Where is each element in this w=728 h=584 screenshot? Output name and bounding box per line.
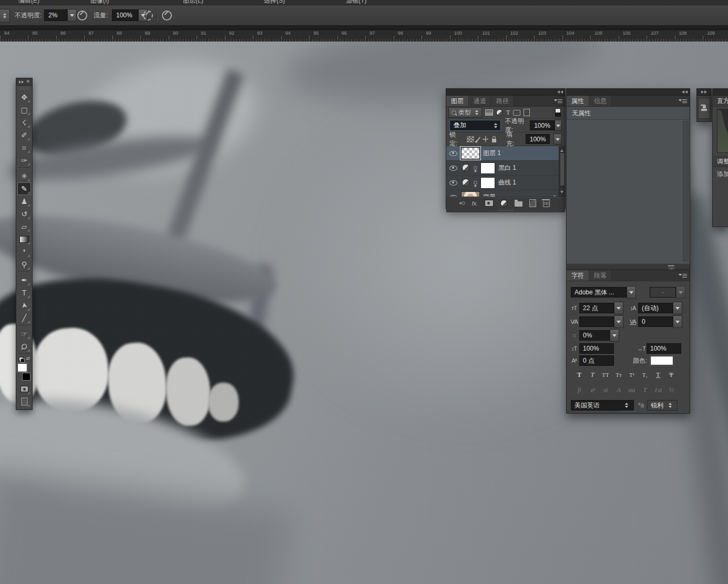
- layers-tab-2[interactable]: 路径: [491, 96, 514, 106]
- leading-dropdown[interactable]: [673, 302, 682, 314]
- layers-tab-0[interactable]: 图层: [446, 96, 469, 106]
- quick-mask-tool[interactable]: [17, 383, 31, 395]
- toolbar-header[interactable]: ✕: [16, 78, 32, 86]
- histogram-collapse-bar[interactable]: [713, 89, 728, 96]
- font-family-value[interactable]: Adobe 黑体 ...: [571, 287, 627, 298]
- layer-row[interactable]: 黑白 1: [446, 161, 565, 176]
- font-size-dropdown[interactable]: [614, 302, 623, 314]
- new-adjustment-icon[interactable]: [500, 200, 508, 207]
- type-tool[interactable]: T: [17, 286, 31, 299]
- menu-item[interactable]: 图层(L): [183, 0, 203, 5]
- properties-tab-1[interactable]: 信息: [589, 96, 612, 106]
- opentype-button-0[interactable]: fi: [574, 385, 585, 395]
- layers-scrollbar[interactable]: [559, 146, 565, 197]
- pixel-filter-icon[interactable]: [485, 109, 493, 116]
- eye-icon[interactable]: [449, 166, 457, 171]
- delete-layer-icon[interactable]: [543, 201, 550, 207]
- clone-source-panel-button[interactable]: [698, 98, 710, 119]
- scroll-down-icon[interactable]: [560, 191, 563, 195]
- lock-pixels-icon[interactable]: [476, 137, 480, 141]
- leading-value[interactable]: (自动): [638, 303, 673, 313]
- airbrush-icon[interactable]: [143, 11, 153, 21]
- layers-panel-menu-icon[interactable]: [554, 98, 562, 104]
- blur-tool[interactable]: ❛: [17, 245, 31, 258]
- fill-dropdown[interactable]: [553, 134, 562, 145]
- style-button-2[interactable]: TT: [600, 370, 611, 380]
- dodge-tool[interactable]: ⚲: [17, 258, 31, 271]
- lock-transparency-icon[interactable]: [467, 136, 474, 142]
- collapse-to-icons-icon[interactable]: [556, 90, 562, 94]
- dock-collapse-bar[interactable]: [697, 89, 711, 96]
- expand-toolbar-icon[interactable]: [19, 80, 24, 84]
- hand-tool[interactable]: ☞: [17, 327, 31, 340]
- type-filter-icon[interactable]: T: [506, 109, 510, 117]
- vertical-scale-value[interactable]: 100%: [579, 343, 614, 354]
- zoom-tool[interactable]: Ϙ: [17, 340, 31, 353]
- font-style-dropdown[interactable]: [676, 286, 685, 299]
- visibility-cell[interactable]: [448, 195, 458, 198]
- opacity-dropdown-button[interactable]: [67, 9, 77, 22]
- style-button-6[interactable]: T: [653, 370, 663, 380]
- add-mask-icon[interactable]: [485, 200, 494, 207]
- tracking-value[interactable]: 0: [638, 316, 673, 327]
- flow-value[interactable]: 100%: [112, 9, 138, 21]
- font-style-value[interactable]: -: [650, 287, 676, 298]
- menu-item[interactable]: 图像(I): [90, 0, 109, 5]
- properties-tab-0[interactable]: 属性: [567, 96, 589, 106]
- menu-item[interactable]: 选择(S): [264, 0, 285, 5]
- layer-thumbnail[interactable]: [461, 191, 480, 197]
- blend-mode-dropdown[interactable]: 叠加: [449, 120, 501, 131]
- layers-resize-grip[interactable]: [446, 209, 565, 212]
- font-size-value[interactable]: 22 点: [579, 303, 614, 313]
- path-select-tool[interactable]: ➤: [17, 299, 31, 312]
- crop-tool[interactable]: ⌗: [17, 141, 31, 154]
- horizontal-ruler[interactable]: 8485868788899091929394959697989910010110…: [0, 26, 728, 41]
- font-family-dropdown[interactable]: [627, 286, 636, 299]
- pen-tool[interactable]: ✒: [17, 274, 31, 286]
- layers-tab-1[interactable]: 通道: [469, 96, 491, 106]
- swap-colors-icon[interactable]: ⇄: [26, 356, 30, 361]
- text-color-swatch[interactable]: [650, 356, 673, 365]
- character-tab-1[interactable]: 段落: [589, 270, 612, 281]
- style-button-1[interactable]: T: [587, 370, 598, 380]
- menu-item[interactable]: 滤镜(T): [346, 0, 366, 5]
- scroll-up-icon[interactable]: [560, 148, 563, 152]
- visibility-cell[interactable]: [448, 166, 458, 171]
- layer-style-icon[interactable]: fx.: [472, 200, 478, 207]
- line-tool[interactable]: ╱: [17, 312, 31, 324]
- close-toolbar-icon[interactable]: ✕: [26, 79, 30, 84]
- style-button-5[interactable]: T₁: [640, 370, 650, 380]
- character-tab-0[interactable]: 字符: [567, 270, 589, 281]
- opentype-button-4[interactable]: aa: [627, 385, 637, 395]
- mask-thumbnail[interactable]: [480, 162, 495, 174]
- character-resize-grip[interactable]: [621, 411, 635, 412]
- opentype-button-1[interactable]: ℯ: [587, 385, 598, 395]
- horizontal-scale-value[interactable]: 100%: [647, 343, 681, 354]
- adjustment-filter-icon[interactable]: [496, 109, 503, 116]
- opentype-button-5[interactable]: T: [640, 385, 650, 395]
- visibility-cell[interactable]: [448, 180, 458, 186]
- layer-row[interactable]: 图层 1: [446, 146, 565, 161]
- lock-position-icon[interactable]: [483, 136, 488, 142]
- eye-icon[interactable]: [449, 151, 457, 156]
- mask-thumbnail[interactable]: [480, 177, 495, 189]
- properties-collapse-bar[interactable]: [567, 89, 690, 96]
- antialias-dropdown[interactable]: 锐利: [647, 400, 678, 411]
- background-color-swatch[interactable]: [22, 373, 30, 381]
- layer-thumbnail[interactable]: [461, 147, 480, 159]
- opentype-button-2[interactable]: st: [600, 385, 611, 395]
- screen-mode-tool[interactable]: [17, 395, 31, 408]
- properties-scrollbar[interactable]: [683, 121, 689, 261]
- opentype-button-3[interactable]: A: [613, 385, 624, 395]
- foreground-color-swatch[interactable]: [17, 363, 27, 372]
- baseline-value[interactable]: 0 点: [579, 355, 614, 366]
- layer-opacity-value[interactable]: 100%: [530, 120, 555, 130]
- layers-collapse-bar[interactable]: [446, 89, 565, 96]
- lasso-tool[interactable]: ☇: [17, 116, 31, 129]
- style-button-3[interactable]: Tᴛ: [613, 370, 624, 380]
- tracking-dropdown[interactable]: [673, 315, 682, 328]
- eye-icon[interactable]: [449, 195, 457, 198]
- healing-brush-tool[interactable]: ✳: [17, 170, 31, 182]
- lock-all-icon[interactable]: [492, 139, 497, 142]
- brush-tool[interactable]: ✎: [17, 182, 31, 195]
